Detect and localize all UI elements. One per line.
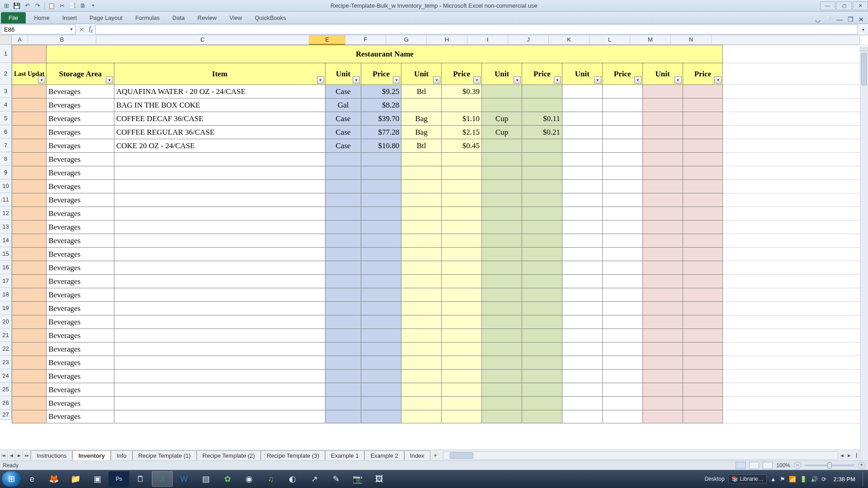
cell-A22[interactable] [12, 343, 47, 356]
cell-C21[interactable] [114, 329, 326, 343]
cell-L16[interactable] [602, 261, 642, 275]
cell-N8[interactable] [683, 153, 723, 166]
cell-B5[interactable]: Beverages [47, 112, 114, 126]
cell-J20[interactable] [522, 315, 562, 329]
cell-E14[interactable] [325, 234, 361, 248]
row-header-8[interactable]: 8 [0, 152, 12, 166]
cell-M5[interactable] [642, 112, 683, 126]
formula-cancel-icon[interactable]: ✕ [76, 26, 86, 33]
tray-network-icon[interactable]: 📶 [789, 476, 796, 483]
cell-B12[interactable]: Beverages [47, 207, 114, 221]
cell-A12[interactable] [12, 207, 47, 221]
taskbar-desktop-label[interactable]: Desktop [705, 476, 725, 482]
cell-A27[interactable] [12, 410, 47, 423]
cell-F27[interactable] [361, 410, 401, 423]
cell-A8[interactable] [12, 153, 47, 166]
cell-B17[interactable]: Beverages [47, 275, 114, 288]
cell-M18[interactable] [642, 288, 683, 302]
sheet-tab-example-2[interactable]: Example 2 [364, 450, 404, 460]
cell-F24[interactable] [361, 370, 401, 383]
row-header-15[interactable]: 15 [0, 247, 12, 261]
tray-up-icon[interactable]: ▲ [770, 476, 776, 483]
row-header-4[interactable]: 4 [0, 98, 12, 112]
cell-J5[interactable]: $0.11 [522, 112, 562, 126]
workbook-minimize-icon[interactable]: — [835, 15, 844, 23]
cell-M23[interactable] [642, 356, 683, 370]
cell-H7[interactable]: $0.45 [442, 139, 482, 153]
excel-icon[interactable]: ⊞ [2, 1, 11, 10]
cell-H24[interactable] [442, 370, 482, 383]
cell-N9[interactable] [683, 166, 723, 180]
cell-L12[interactable] [602, 207, 642, 221]
cell-L18[interactable] [602, 288, 642, 302]
cell-J7[interactable] [522, 139, 562, 153]
filter-k-icon[interactable]: ▼ [594, 76, 601, 84]
cell-K19[interactable] [562, 302, 602, 315]
horizontal-scroll-thumb[interactable] [450, 452, 473, 459]
tray-sync-icon[interactable]: ⟳ [821, 476, 826, 483]
taskbar-ie-icon[interactable]: e [22, 471, 42, 487]
cell-M10[interactable] [642, 180, 683, 193]
cell-F16[interactable] [361, 261, 401, 275]
cell-J23[interactable] [522, 356, 562, 370]
cell-B9[interactable]: Beverages [47, 166, 114, 180]
fx-icon[interactable]: fx [86, 25, 95, 34]
cell-H10[interactable] [442, 180, 482, 193]
cell-K7[interactable] [562, 139, 602, 153]
row-header-11[interactable]: 11 [0, 193, 12, 206]
cell-H11[interactable] [442, 193, 482, 207]
zoom-value[interactable]: 100% [776, 462, 790, 469]
cell-M3[interactable] [642, 85, 683, 99]
cell-I11[interactable] [482, 193, 522, 207]
cell-L17[interactable] [602, 275, 642, 288]
name-box[interactable]: E86 ▼ [1, 24, 75, 34]
cell-G22[interactable] [401, 343, 442, 356]
cell-J4[interactable] [522, 99, 562, 112]
row-header-7[interactable]: 7 [0, 139, 12, 152]
cell-A7[interactable] [12, 139, 47, 153]
sheet-tab-recipe-template-3-[interactable]: Recipe Template (3) [261, 450, 325, 460]
cell-L3[interactable] [602, 85, 642, 99]
cell-I13[interactable] [482, 221, 522, 234]
cell-F15[interactable] [361, 248, 401, 261]
cell-N18[interactable] [683, 288, 723, 302]
cell-J22[interactable] [522, 343, 562, 356]
cell-E11[interactable] [325, 193, 361, 207]
cell-C27[interactable] [114, 410, 326, 423]
cell-B6[interactable]: Beverages [47, 126, 114, 139]
row-header-5[interactable]: 5 [0, 112, 12, 125]
cell-L20[interactable] [602, 315, 642, 329]
cell-L4[interactable] [602, 99, 642, 112]
cell-E6[interactable]: Case [325, 126, 361, 139]
cell-H12[interactable] [442, 207, 482, 221]
cell-J16[interactable] [522, 261, 562, 275]
select-all-corner[interactable] [0, 35, 12, 45]
cell-L21[interactable] [602, 329, 642, 343]
cell-G20[interactable] [401, 315, 442, 329]
cell-G8[interactable] [401, 153, 442, 166]
formula-input[interactable] [95, 24, 858, 34]
ribbon-tab-review[interactable]: Review [191, 12, 223, 23]
cell-H5[interactable]: $1.10 [442, 112, 482, 126]
taskbar-firefox-icon[interactable]: 🦊 [43, 471, 64, 487]
cell-M22[interactable] [642, 343, 683, 356]
cell-I8[interactable] [482, 153, 522, 166]
cell-B23[interactable]: Beverages [47, 356, 114, 370]
row-header-20[interactable]: 20 [0, 315, 12, 328]
cell-I5[interactable]: Cup [482, 112, 522, 126]
cell-I3[interactable] [482, 85, 522, 99]
cell-J11[interactable] [522, 193, 562, 207]
cell-E8[interactable] [325, 153, 361, 166]
cell-B13[interactable]: Beverages [47, 221, 114, 234]
cell-M24[interactable] [642, 370, 683, 383]
header-h[interactable]: Price▼ [442, 63, 482, 85]
redo-icon[interactable]: ↷ [33, 1, 42, 10]
cell-C22[interactable] [114, 343, 326, 356]
taskbar-libraries-button[interactable]: 📚Librarie… [728, 474, 767, 483]
cell-J18[interactable] [522, 288, 562, 302]
cell-M21[interactable] [642, 329, 683, 343]
cell-A14[interactable] [12, 234, 47, 248]
cell-E12[interactable] [325, 207, 361, 221]
formula-expand-icon[interactable]: ▾ [859, 27, 867, 32]
cell-H20[interactable] [442, 315, 482, 329]
